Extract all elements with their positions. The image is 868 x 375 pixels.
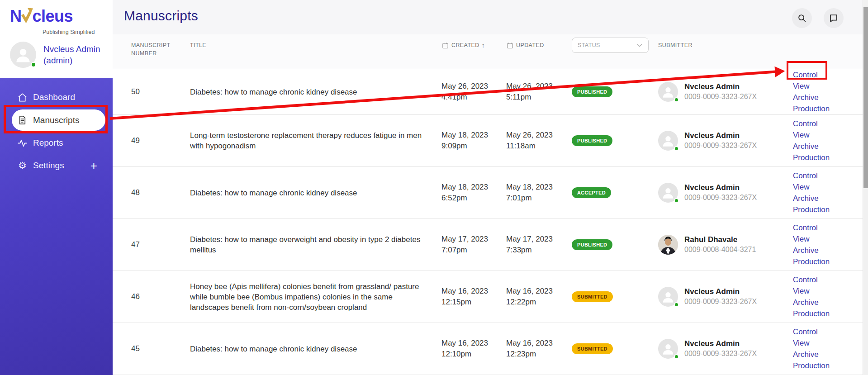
view-link[interactable]: View: [793, 337, 859, 349]
manuscript-title: Diabetes: how to manage chronic kidney d…: [190, 188, 441, 198]
submitter-orcid[interactable]: 0009-0009-3323-267X: [684, 349, 757, 359]
avatar-photo: [658, 235, 678, 255]
status-filter-dropdown[interactable]: STATUS: [572, 38, 649, 53]
view-link[interactable]: View: [793, 285, 859, 297]
archive-link[interactable]: Archive: [793, 245, 859, 256]
submitter-cell: Nvcleus Admin 0009-0009-3323-267X: [658, 82, 793, 102]
archive-link[interactable]: Archive: [793, 193, 859, 204]
topbar-icons: [792, 8, 856, 28]
table-row: 50 Diabetes: how to manage chronic kidne…: [113, 69, 868, 115]
chat-button[interactable]: [824, 8, 844, 28]
avatar: [658, 131, 678, 151]
person-icon: [660, 289, 676, 304]
sidebar-item-label: Manuscripts: [33, 115, 79, 125]
manuscript-title: Diabetes: how to manage overweight and o…: [190, 234, 441, 255]
submitter-name: Nvcleus Admin: [684, 82, 757, 92]
production-link[interactable]: Production: [793, 103, 859, 114]
created-date: May 17, 2023: [441, 234, 506, 245]
created-cell: May 18, 2023 6:52pm: [441, 182, 506, 204]
sidebar: N cleus Publishing Simplified Nvcleus Ad…: [0, 0, 113, 375]
view-link[interactable]: View: [793, 81, 859, 92]
archive-link[interactable]: Archive: [793, 349, 859, 360]
table-row: 48 Diabetes: how to manage chronic kidne…: [113, 167, 868, 219]
control-link[interactable]: Control: [793, 170, 859, 181]
control-link[interactable]: Control: [793, 69, 859, 81]
manuscript-number: 46: [131, 292, 190, 301]
view-link[interactable]: View: [793, 129, 859, 141]
archive-link[interactable]: Archive: [793, 297, 859, 308]
row-actions: Control View Archive Production: [793, 274, 859, 319]
col-header-updated[interactable]: UPDATED: [506, 41, 572, 49]
created-date: May 18, 2023: [441, 130, 506, 141]
app-logo[interactable]: N cleus: [0, 5, 113, 28]
control-link[interactable]: Control: [793, 274, 859, 285]
status-badge: PUBLISHED: [572, 135, 612, 146]
updated-time: 12:23pm: [506, 349, 572, 360]
sidebar-item-settings[interactable]: ⚙ Settings +: [0, 154, 113, 177]
sidebar-item-label: Settings: [33, 161, 64, 171]
manuscript-number: 47: [131, 240, 190, 249]
updated-cell: May 16, 2023 12:22pm: [506, 286, 572, 308]
submitter-orcid[interactable]: 0009-0009-3323-267X: [684, 92, 757, 102]
view-link[interactable]: View: [793, 181, 859, 193]
production-link[interactable]: Production: [793, 152, 859, 163]
person-icon: [660, 133, 676, 148]
control-link[interactable]: Control: [793, 118, 859, 129]
submitter-orcid[interactable]: 0009-0008-4004-3271: [684, 245, 756, 255]
submitter-orcid[interactable]: 0009-0009-3323-267X: [684, 297, 757, 307]
chat-icon: [829, 13, 839, 23]
manuscript-title: Honey bee (Apis mellifera) colonies bene…: [190, 281, 441, 313]
table-header-row: MANUSCRIPT NUMBER TITLE CREATED ↑ UPDATE…: [113, 34, 868, 69]
user-name-line1: Nvcleus Admin: [43, 44, 100, 54]
submitter-cell: Nvcleus Admin 0009-0009-3323-267X: [658, 287, 793, 307]
table-row: 45 Diabetes: how to manage chronic kidne…: [113, 323, 868, 375]
submitter-orcid[interactable]: 0009-0009-3323-267X: [684, 141, 757, 151]
created-cell: May 17, 2023 7:07pm: [441, 234, 506, 256]
sidebar-item-label: Dashboard: [33, 92, 75, 102]
production-link[interactable]: Production: [793, 308, 859, 319]
created-date: May 16, 2023: [441, 286, 506, 297]
manuscript-number: 49: [131, 136, 190, 145]
manuscript-number: 45: [131, 344, 190, 353]
table-row: 47 Diabetes: how to manage overweight an…: [113, 219, 868, 271]
app-window: N cleus Publishing Simplified Nvcleus Ad…: [0, 0, 868, 375]
sidebar-item-reports[interactable]: Reports: [0, 132, 113, 154]
person-icon: [660, 185, 676, 200]
archive-link[interactable]: Archive: [793, 92, 859, 103]
scrollbar-thumb[interactable]: [863, 7, 868, 188]
row-actions: Control View Archive Production: [793, 118, 859, 163]
production-link[interactable]: Production: [793, 256, 859, 267]
control-link[interactable]: Control: [793, 222, 859, 233]
logo-arrow-icon: [21, 7, 33, 24]
logo-text-n: N: [10, 7, 22, 26]
archive-link[interactable]: Archive: [793, 141, 859, 152]
sidebar-item-manuscripts[interactable]: Manuscripts: [12, 109, 105, 131]
sort-asc-icon[interactable]: ↑: [482, 41, 485, 49]
document-icon: [17, 115, 28, 125]
col-header-created[interactable]: CREATED ↑: [441, 41, 506, 49]
avatar: [658, 183, 678, 203]
add-button[interactable]: +: [90, 159, 97, 173]
avatar: [658, 339, 678, 359]
control-link[interactable]: Control: [793, 326, 859, 337]
avatar: [658, 82, 678, 102]
user-profile[interactable]: Nvcleus Admin (admin): [0, 35, 113, 68]
search-button[interactable]: [792, 8, 812, 28]
production-link[interactable]: Production: [793, 360, 859, 371]
online-status-dot: [674, 354, 679, 359]
updated-date: May 18, 2023: [506, 182, 572, 193]
row-actions: Control View Archive Production: [793, 326, 859, 371]
created-time: 12:15pm: [441, 297, 506, 308]
updated-date: May 17, 2023: [506, 234, 572, 245]
online-status-dot: [674, 302, 679, 307]
view-link[interactable]: View: [793, 233, 859, 245]
gear-icon: ⚙: [17, 161, 28, 171]
manuscript-number: 50: [131, 87, 190, 96]
sidebar-item-dashboard[interactable]: Dashboard: [0, 86, 113, 109]
submitter-cell: Rahul Dhavale 0009-0008-4004-3271: [658, 235, 793, 255]
vertical-scrollbar[interactable]: [863, 0, 868, 375]
created-cell: May 16, 2023 12:10pm: [441, 338, 506, 360]
production-link[interactable]: Production: [793, 204, 859, 215]
submitter-orcid[interactable]: 0009-0009-3323-267X: [684, 193, 757, 203]
calendar-icon: [506, 42, 514, 49]
